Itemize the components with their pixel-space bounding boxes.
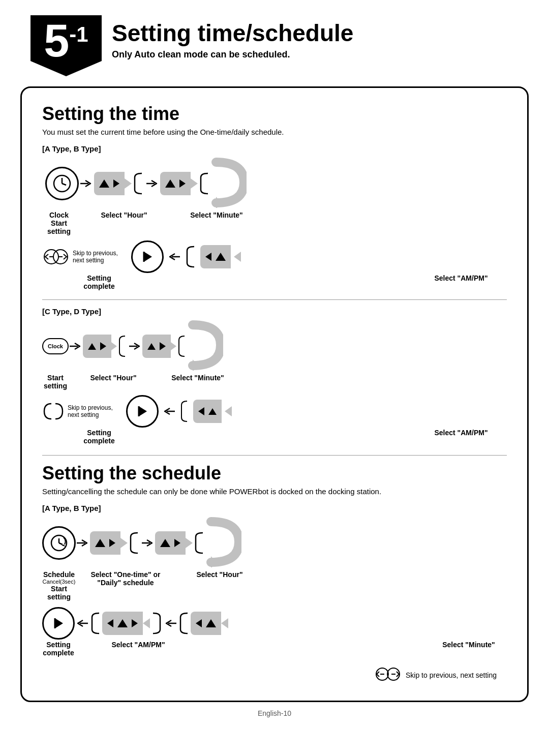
select-ampm-label-cd: Select "AM/PM" [415,429,507,437]
setting-complete-label-ab: Setting complete [83,274,115,290]
bracket-sched-r2-2 [150,612,163,635]
sched-arrow-left2 [163,619,177,627]
sched-setting-complete-label: Setting complete [42,641,75,657]
schedule-btn-label: Schedule Cancel(3sec) Start setting [42,570,76,601]
ampm-block-sched [102,612,143,635]
sched-skip-row: Skip to previous, next setting [42,665,507,685]
gray-arrow-ab2 [191,178,198,189]
gray-arrow-cd2 [171,342,176,350]
setting-time-section: Setting the time You must set the curren… [42,103,507,445]
hour-block-cd [83,335,111,358]
gray-arrow-sched-ampm [143,618,150,628]
right-arrow-icon [113,179,119,188]
gray-arrow-cd3 [225,406,232,416]
up-arrow-icon-ab3 [216,253,226,261]
bracket-cd1 [117,335,128,358]
page-footer: English-10 [0,709,549,717]
gray-arrow-ab1 [125,178,132,189]
sched-arrow2 [141,539,155,547]
skip-buttons-ab [42,247,70,267]
up-arrow-sched-min [206,619,216,627]
ampm-block-ab [200,245,231,268]
select-hour-label-cd: Select "Hour" [83,374,144,382]
arrow-cd1 [69,342,83,350]
skip-label-ab: Skip to previous, next setting [73,250,118,264]
svg-line-13 [59,543,63,545]
confirm-button-sched[interactable] [42,607,75,640]
right-arrow-sched2 [174,539,180,547]
skip-buttons-sched [374,665,402,685]
ab-cd-divider [42,299,507,300]
clock-button[interactable] [45,167,79,200]
step-badge: 5 -1 [30,15,102,76]
step-number-big: 5 [44,15,69,67]
left-arrow-icon-ab [205,253,211,261]
setting-time-title: Setting the time [42,103,507,125]
arrow-left-cd2 [162,407,176,415]
setting-schedule-desc: Setting/cancelling the schedule can only… [42,487,507,496]
clock-label: Clock Start setting [42,211,76,235]
sched-arrow1 [76,539,90,547]
select-onetime-label: Select "One-time" or "Daily" schedule [90,570,161,587]
select-ampm-label-ab: Select "AM/PM" [415,274,507,282]
up-arrow-cd3 [208,408,217,415]
up-arrow-sched2 [160,539,170,547]
cd-type-label: [C Type, D Type] [42,307,507,316]
up-arrow-sched-ampm [117,619,128,627]
sched-skip-label: Skip to previous, next setting [406,671,497,679]
gray-arrow-sched-min [221,618,228,628]
page-subtitle: Only Auto clean mode can be scheduled. [112,49,353,60]
schedule-button[interactable] [42,526,76,560]
svg-line-2 [62,184,66,185]
right-arrow-sched1 [109,539,115,547]
arrow2 [145,179,160,188]
main-section-divider [42,455,507,456]
right-arrow-icon2 [179,179,186,188]
bracket-sched-r2-1 [89,612,102,635]
page-number: English-10 [258,709,291,717]
skip-label-cd: Skip to previous, next setting [68,404,113,418]
setting-schedule-section: Setting the schedule Setting/cancelling … [42,463,507,685]
select-hour-label-sched: Select "Hour" [187,570,253,579]
svg-marker-9 [139,406,147,416]
main-card: Setting the time You must set the curren… [20,86,529,702]
bracket-ab2 [198,172,211,195]
arrow1 [79,179,94,188]
start-label-cd: Start setting [42,374,69,390]
schedule-icon [49,533,69,553]
left-arrow-icon-cd [198,407,204,415]
up-arrow-cd2 [147,343,156,350]
page-title: Setting time/schedule [112,20,353,46]
select-minute-label-ab: Select "Minute" [184,211,250,219]
minute-block-cd [142,335,171,358]
select-minute-label-cd: Select "Minute" [167,374,228,382]
bracket-cd2 [176,335,188,358]
sched-select-ampm-label: Select "AM/PM" [100,641,176,649]
clock-button-cd[interactable]: Clock [42,338,69,354]
arrow-cd2 [128,342,142,350]
gray-arrow-sched1 [120,538,128,548]
confirm-button-cd[interactable] [126,395,159,428]
ampm-block-cd [193,400,222,423]
up-arrow-icon [99,179,109,188]
page-header: 5 -1 Setting time/schedule Only Auto cle… [0,0,549,86]
right-arrow-cd2 [160,342,166,350]
left-arrow-sched-min [196,619,202,627]
step-number-small: -1 [69,22,88,47]
ab-type-label: [A Type, B Type] [42,144,507,153]
svg-marker-6 [144,252,152,262]
select-hour-label-ab: Select "Hour" [91,211,157,219]
confirm-button-ab[interactable] [131,240,164,273]
right-arrow-sched-ampm [132,619,138,627]
bracket-ab1 [132,172,145,195]
sched-ab-type-label: [A Type, B Type] [42,504,507,512]
bracket-cd3 [179,400,190,423]
curve-arrow-sched1 [206,517,241,569]
up-arrow-cd1 [88,343,96,350]
up-arrow-icon2 [165,179,175,188]
gray-arrow-ab3 [234,252,241,262]
left-arrow-sched-ampm [107,619,113,627]
setting-time-desc: You must set the current time before usi… [42,128,507,136]
hour-block-sched [155,531,186,555]
hour-block-ab [94,172,125,195]
